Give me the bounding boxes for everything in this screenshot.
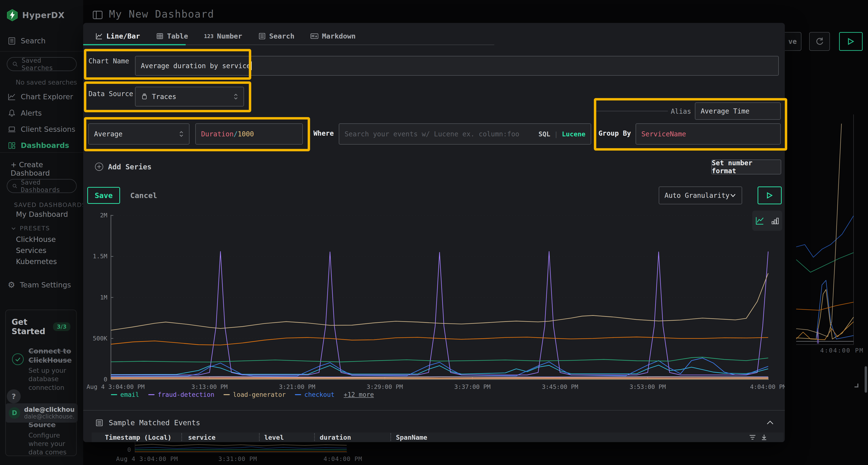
column-header[interactable]: Timestamp (Local) <box>105 434 172 441</box>
cancel-button[interactable]: Cancel <box>130 187 157 204</box>
legend-item[interactable]: load-generator <box>223 391 286 398</box>
get-started-card: Get Started 3/3 Connect to ClickHouse Se… <box>5 309 77 456</box>
timeseries-chart[interactable] <box>111 214 769 380</box>
alias-input[interactable]: Average Time <box>695 102 781 120</box>
logo[interactable]: HyperDX <box>7 9 65 21</box>
aggregation-field-input[interactable]: Duration/1000 <box>195 123 303 144</box>
chart-name-input[interactable]: Average duration by service <box>135 56 779 76</box>
sidebar-item-team-settings[interactable]: ⚙ Team Settings <box>8 280 71 290</box>
y-tick-label: 1M <box>83 294 107 301</box>
tab-markdown[interactable]: Markdown <box>310 32 355 40</box>
sample-matched-events-header: Sample Matched Events <box>95 419 200 427</box>
chart-series-line <box>111 365 768 374</box>
text-cursor <box>251 61 252 70</box>
tab-search[interactable]: Search <box>258 32 294 40</box>
group-by-input[interactable]: ServiceName <box>636 123 781 144</box>
sidebar-item-chart-explorer[interactable]: Chart Explorer <box>8 93 73 101</box>
sidebar-item-search[interactable]: Search <box>8 37 45 45</box>
column-resizer[interactable] <box>390 433 391 441</box>
data-source-select[interactable]: Traces <box>135 87 244 106</box>
sidebar-item-clickhouse[interactable]: ClickHouse <box>16 235 56 243</box>
run-chart-button[interactable] <box>757 187 782 204</box>
database-icon <box>141 93 148 100</box>
legend-item[interactable]: checkout <box>295 391 334 398</box>
where-placeholder: Search your events w/ Lucene ex. column:… <box>345 130 519 138</box>
set-number-format-button[interactable]: Set number format <box>711 160 781 174</box>
resize-handle[interactable] <box>855 384 858 388</box>
get-started-title: Get Started <box>11 317 48 336</box>
get-started-item[interactable]: Connect to ClickHouse Set up your databa… <box>11 347 70 392</box>
tab-number[interactable]: 123 Number <box>204 32 242 40</box>
user-menu[interactable]: D dale@clickhouse.c dale@clickhouse.com'… <box>5 403 78 423</box>
sidebar-item-my-dashboard[interactable]: My Dashboard <box>16 210 68 219</box>
background-chart-bottom-xtick: 3:31:00 PM <box>218 455 257 462</box>
events-table-header: Timestamp (Local) service level duration… <box>92 432 784 442</box>
saved-dashboards-input[interactable]: Saved Dashboards <box>7 179 77 193</box>
tab-table[interactable]: Table <box>156 32 188 40</box>
granularity-select[interactable]: Auto Granularity <box>659 187 742 204</box>
collapse-sidebar-button[interactable] <box>92 10 103 21</box>
y-tick-label: 2M <box>83 212 107 219</box>
column-header[interactable]: level <box>264 434 284 441</box>
logs-icon <box>8 37 16 45</box>
sidebar-item-client-sessions[interactable]: Client Sessions <box>8 125 75 133</box>
list-icon <box>95 419 103 427</box>
chart-series-line <box>111 337 768 345</box>
legend-more-link[interactable]: +12 more <box>344 391 374 398</box>
chart-series-line <box>135 447 347 449</box>
chart-series-line <box>111 357 768 362</box>
search-icon <box>12 182 18 189</box>
aggregation-select[interactable]: Average <box>88 123 189 144</box>
y-tick-label: 0 <box>83 376 107 383</box>
chart-series-line <box>111 273 768 330</box>
tab-line-bar[interactable]: Line/Bar <box>95 32 140 40</box>
scrollbar-thumb[interactable] <box>865 366 867 393</box>
chart-legend: email fraud-detection load-generator che… <box>111 391 374 398</box>
x-tick-label: 3:21:00 PM <box>279 383 315 390</box>
sidebar-divider <box>0 51 83 52</box>
background-chart-bottom <box>134 442 348 454</box>
save-button[interactable]: Save <box>87 187 120 204</box>
presets-section[interactable]: PRESETS <box>10 225 50 232</box>
saved-searches-placeholder: Saved Searches <box>22 57 71 72</box>
column-resizer[interactable] <box>259 433 260 441</box>
download-icon[interactable] <box>761 434 768 441</box>
save-dashboard-button-fragment[interactable]: ve <box>784 32 802 51</box>
app-root: { "header": { "title": "My New Dashboard… <box>0 0 868 465</box>
sidebar-item-kubernetes[interactable]: Kubernetes <box>16 257 57 266</box>
lucene-mode-toggle[interactable]: Lucene <box>562 130 585 138</box>
hyperdx-logo-icon <box>7 9 18 21</box>
legend-swatch <box>295 394 301 395</box>
bar-chart-icon[interactable] <box>771 217 779 225</box>
collapse-section-chevron-up-icon[interactable] <box>766 420 774 425</box>
sidebar-item-dashboards[interactable]: Dashboards <box>8 141 69 150</box>
column-header[interactable]: duration <box>320 434 351 441</box>
chart-series-line <box>111 358 768 376</box>
saved-dashboards-section[interactable]: SAVED DASHBOARDS <box>10 201 83 208</box>
alias-label: Alias <box>671 107 691 115</box>
check-circle-icon <box>11 353 24 365</box>
column-header[interactable]: service <box>188 434 216 441</box>
background-chart-bottom-y0: 0 <box>127 446 131 453</box>
run-query-button-background[interactable] <box>839 32 863 51</box>
column-resizer[interactable] <box>181 433 182 441</box>
avatar: D <box>9 407 20 419</box>
filter-icon[interactable] <box>749 434 756 441</box>
refresh-button[interactable] <box>809 32 830 51</box>
where-input[interactable]: Search your events w/ Lucene ex. column:… <box>339 123 591 144</box>
sql-mode-toggle[interactable]: SQL <box>538 130 550 138</box>
saved-searches-input[interactable]: Saved Searches <box>7 57 77 71</box>
legend-item[interactable]: email <box>111 391 139 398</box>
column-resizer[interactable] <box>314 433 315 441</box>
column-header[interactable]: SpanName <box>396 434 427 441</box>
field-expression: Duration/1000 <box>201 130 254 138</box>
legend-swatch <box>223 394 230 395</box>
create-dashboard-button[interactable]: + Create Dashboard <box>10 161 83 177</box>
sidebar-item-services[interactable]: Services <box>16 246 46 255</box>
chart-type-tabs: Line/Bar Table 123 Number Search <box>95 28 355 44</box>
sidebar-item-alerts[interactable]: Alerts <box>8 109 42 117</box>
legend-item[interactable]: fraud-detection <box>148 391 214 398</box>
help-button[interactable]: ? <box>7 389 21 403</box>
add-series-button[interactable]: Add Series <box>94 162 152 171</box>
select-chevrons-icon <box>179 131 184 137</box>
